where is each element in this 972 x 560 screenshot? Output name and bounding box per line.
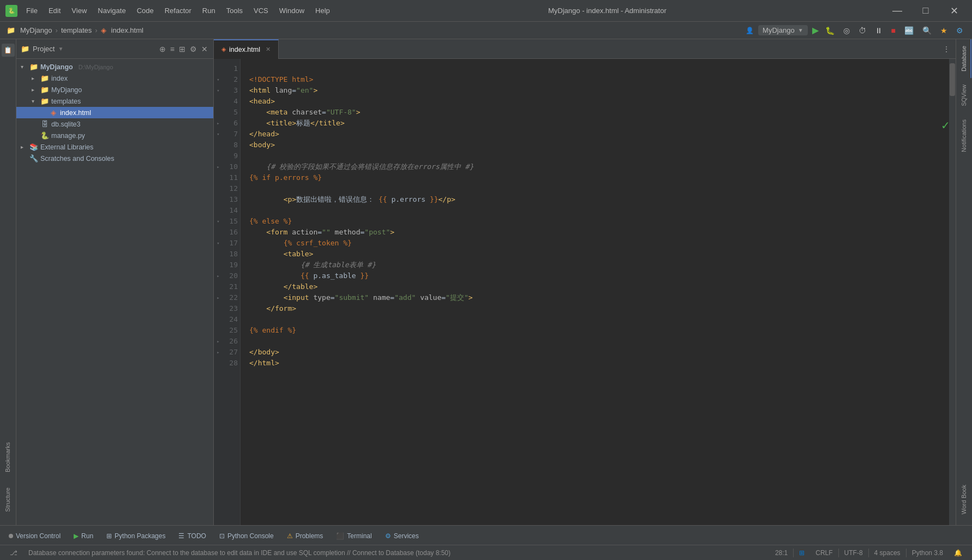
tree-item-scratches[interactable]: 🔧 Scratches and Consoles bbox=[16, 153, 213, 164]
stop-button[interactable]: ■ bbox=[889, 25, 898, 36]
database-tab[interactable]: Database bbox=[957, 39, 971, 78]
dropdown-icon[interactable]: ▼ bbox=[798, 27, 803, 33]
pause-button[interactable]: ⏸ bbox=[873, 25, 885, 36]
editor-area: ◈ index.html ✕ ⋮ ✓ 1 ▾2 ▾3 4 5 ▸6 bbox=[214, 39, 956, 525]
profile-button[interactable]: ⏱ bbox=[856, 25, 868, 36]
tree-item-external-libs[interactable]: ▸ 📚 External Libraries bbox=[16, 141, 213, 153]
run-button[interactable]: ▶ bbox=[812, 25, 819, 35]
add-file-button[interactable]: ⊕ bbox=[158, 44, 167, 55]
menu-file[interactable]: File bbox=[22, 4, 42, 17]
search-button[interactable]: 🔍 bbox=[920, 25, 934, 36]
menu-tools[interactable]: Tools bbox=[222, 4, 247, 17]
minimize-button[interactable]: — bbox=[885, 3, 910, 19]
tree-label-index: index bbox=[51, 75, 68, 82]
python-packages-tab[interactable]: ⊞ Python Packages bbox=[100, 526, 172, 545]
tree-item-index[interactable]: ▸ 📁 index bbox=[16, 73, 213, 84]
breadcrumb-indexhtml[interactable]: index.html bbox=[111, 26, 143, 34]
window-controls[interactable]: — □ ✕ bbox=[885, 3, 967, 19]
windows-icon-status[interactable]: ⊞ bbox=[794, 549, 810, 557]
folder-icon: 📁 bbox=[21, 45, 29, 53]
language-setting[interactable]: Python 3.8 bbox=[907, 549, 949, 557]
encoding-label: UTF-8 bbox=[844, 549, 863, 557]
terminal-tab[interactable]: ⬛ Terminal bbox=[329, 526, 378, 545]
project-tab-btn[interactable]: 📋 bbox=[2, 44, 15, 57]
menu-view[interactable]: View bbox=[67, 4, 91, 17]
menu-refactor[interactable]: Refactor bbox=[160, 4, 196, 17]
coverage-button[interactable]: ◎ bbox=[841, 25, 852, 36]
python-console-tab[interactable]: ⊡ Python Console bbox=[213, 526, 280, 545]
menu-vcs[interactable]: VCS bbox=[249, 4, 273, 17]
services-tab[interactable]: ⚙ Services bbox=[379, 526, 425, 545]
version-control-tab[interactable]: Version Control bbox=[2, 526, 67, 545]
tree-item-managepy[interactable]: 🐍 manage.py bbox=[16, 130, 213, 141]
win-icon: ⊞ bbox=[799, 549, 805, 557]
tree-item-db[interactable]: 🗄 db.sqlite3 bbox=[16, 118, 213, 130]
user-button[interactable]: ★ bbox=[938, 25, 950, 36]
file-tree: ▾ 📁 MyDjango D:\MyDjango ▸ 📁 index ▸ 📁 M… bbox=[16, 59, 213, 525]
menu-code[interactable]: Code bbox=[133, 4, 158, 17]
maximize-button[interactable]: □ bbox=[913, 3, 938, 19]
run-tab[interactable]: ▶ Run bbox=[67, 526, 100, 545]
mydjango-sub-folder-icon: 📁 bbox=[40, 86, 49, 94]
ext-libs-icon: 📚 bbox=[29, 143, 38, 151]
panel-settings-button[interactable]: ⚙ bbox=[189, 44, 198, 55]
bottom-toolbar: Version Control ▶ Run ⊞ Python Packages … bbox=[0, 525, 972, 545]
menu-help[interactable]: Help bbox=[311, 4, 334, 17]
menu-window[interactable]: Window bbox=[275, 4, 309, 17]
alert-icon: 🔔 bbox=[954, 549, 962, 557]
indent-label: 4 spaces bbox=[874, 549, 901, 557]
breadcrumb-templates[interactable]: templates bbox=[61, 26, 92, 34]
word-book-tab[interactable]: Word Book bbox=[957, 478, 971, 521]
version-control-dot bbox=[9, 534, 13, 538]
notifications-tab[interactable]: Notifications bbox=[957, 113, 971, 159]
tree-item-mydjango-sub[interactable]: ▸ 📁 MyDjango bbox=[16, 84, 213, 95]
todo-tab[interactable]: ☰ TODO bbox=[172, 526, 212, 545]
main-layout: 📋 Bookmarks Structure 📁 Project ▼ ⊕ ≡ ⊞ … bbox=[0, 39, 972, 525]
run-config-group[interactable]: MyDjango ▼ bbox=[758, 25, 807, 35]
validation-check-icon: ✓ bbox=[941, 119, 950, 132]
tree-item-root[interactable]: ▾ 📁 MyDjango D:\MyDjango bbox=[16, 61, 213, 73]
menu-edit[interactable]: Edit bbox=[44, 4, 65, 17]
vcs-status[interactable]: ⎇ bbox=[4, 545, 23, 560]
breadcrumb-mydjango[interactable]: MyDjango bbox=[20, 26, 52, 34]
tree-item-templates[interactable]: ▾ 📁 templates bbox=[16, 95, 213, 107]
menu-navigate[interactable]: Navigate bbox=[93, 4, 130, 17]
sqview-tab[interactable]: SQView bbox=[957, 78, 971, 113]
code-editor[interactable]: 1 ▾2 ▾3 4 5 ▸6 ▾7 8 9 ▸10 11 12 13 14 bbox=[214, 59, 956, 525]
notifications-status[interactable]: 🔔 bbox=[949, 549, 968, 557]
scratch-icon: 🔧 bbox=[29, 154, 38, 162]
menu-run[interactable]: Run bbox=[198, 4, 220, 17]
python-packages-icon: ⊞ bbox=[106, 532, 112, 540]
more-tabs-button[interactable]: ⋮ bbox=[941, 44, 951, 55]
services-icon: ⚙ bbox=[385, 532, 391, 540]
tree-label-scratches: Scratches and Consoles bbox=[40, 155, 115, 162]
tab-label-indexhtml: index.html bbox=[229, 46, 260, 53]
problems-tab[interactable]: ⚠ Problems bbox=[280, 526, 330, 545]
bookmarks-label[interactable]: Bookmarks bbox=[1, 436, 15, 479]
tree-label-external-libs: External Libraries bbox=[40, 143, 93, 151]
code-content[interactable]: <!DOCTYPE html> <html lang="en"> <head> … bbox=[241, 59, 956, 525]
breadcrumb-actions: 👤 MyDjango ▼ ▶ 🐛 ◎ ⏱ ⏸ ■ 🔤 🔍 ★ ⚙ bbox=[746, 25, 965, 36]
panel-header-actions: ⊕ ≡ ⊞ ⚙ ✕ bbox=[158, 44, 209, 55]
encoding[interactable]: UTF-8 bbox=[839, 549, 868, 557]
title-bar: 🐍 File Edit View Navigate Code Refactor … bbox=[0, 0, 972, 22]
scrollbar-thumb[interactable] bbox=[950, 63, 955, 96]
tab-indexhtml[interactable]: ◈ index.html ✕ bbox=[214, 39, 279, 59]
panel-dropdown-icon[interactable]: ▼ bbox=[58, 46, 63, 52]
close-button[interactable]: ✕ bbox=[941, 3, 967, 19]
line-ending[interactable]: CRLF bbox=[810, 549, 838, 557]
settings-button[interactable]: ⚙ bbox=[954, 25, 965, 36]
menu-bar[interactable]: File Edit View Navigate Code Refactor Ru… bbox=[22, 4, 334, 17]
left-strip: 📋 Bookmarks Structure bbox=[0, 39, 16, 525]
locate-file-button[interactable]: ⊞ bbox=[178, 44, 187, 55]
indent-setting[interactable]: 4 spaces bbox=[869, 549, 906, 557]
editor-wrapper: ✓ 1 ▾2 ▾3 4 5 ▸6 ▾7 8 9 ▸10 11 bbox=[214, 59, 956, 525]
debug-button[interactable]: 🐛 bbox=[823, 25, 837, 36]
close-panel-button[interactable]: ✕ bbox=[200, 44, 209, 55]
tab-close-button[interactable]: ✕ bbox=[266, 46, 271, 53]
cursor-position[interactable]: 28:1 bbox=[770, 549, 793, 557]
structure-label[interactable]: Structure bbox=[1, 481, 15, 519]
collapse-all-button[interactable]: ≡ bbox=[169, 44, 176, 55]
translate-button[interactable]: 🔤 bbox=[902, 25, 916, 36]
tree-item-indexhtml[interactable]: ◈ index.html bbox=[16, 107, 213, 118]
